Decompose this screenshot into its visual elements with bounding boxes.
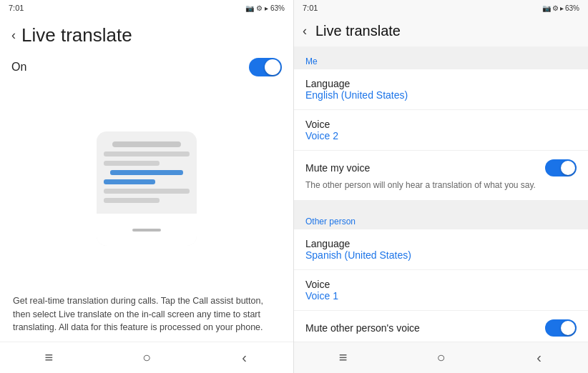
me-mute-description: The other person will only hear a transl… xyxy=(305,179,577,192)
me-mute-row: Mute my voice xyxy=(305,159,577,176)
left-status-bar: 7:01 📷 ⚙ ▸ 63% xyxy=(0,0,293,16)
right-panel: 7:01 📷 ⚙ ▸ 63% ‹ Live translate Me Langu… xyxy=(293,0,588,373)
illus-bottom-bar xyxy=(132,229,161,232)
illus-line-6 xyxy=(104,198,160,203)
settings-list: Me Language English (United States) Voic… xyxy=(294,46,588,342)
right-page-title: Live translate xyxy=(315,23,401,39)
me-language-item[interactable]: Language English (United States) xyxy=(294,69,588,110)
illus-line-4 xyxy=(104,179,155,184)
me-mute-item[interactable]: Mute my voice The other person will only… xyxy=(294,151,588,200)
other-settings-card: Language Spanish (United States) Voice V… xyxy=(294,229,588,342)
on-toggle-row: On xyxy=(0,52,293,82)
right-back-button[interactable]: ‹ xyxy=(303,24,307,39)
me-voice-value: Voice 2 xyxy=(305,130,577,141)
right-time: 7:01 xyxy=(303,4,318,12)
other-voice-label: Voice xyxy=(305,279,577,290)
settings-icon: ⚙ xyxy=(256,4,263,12)
right-header: ‹ Live translate xyxy=(294,16,588,46)
other-section-label: Other person xyxy=(294,207,588,229)
left-page-title: Live translate xyxy=(21,24,132,46)
other-language-label: Language xyxy=(305,238,577,249)
me-voice-item[interactable]: Voice Voice 2 xyxy=(294,110,588,151)
right-camera-icon: 📷 xyxy=(542,4,551,12)
right-home-nav-icon[interactable]: ○ xyxy=(428,345,454,371)
me-voice-label: Voice xyxy=(305,119,577,130)
illus-bottom-area xyxy=(97,214,197,246)
illus-line-5 xyxy=(104,189,190,194)
illustration-area xyxy=(0,82,293,289)
right-status-bar: 7:01 📷 ⚙ ▸ 63% xyxy=(294,0,588,16)
section-divider-1 xyxy=(294,201,588,207)
left-home-nav-icon[interactable]: ○ xyxy=(134,345,160,371)
me-section-label: Me xyxy=(294,46,588,69)
toggle-knob xyxy=(265,59,280,75)
right-menu-nav-icon[interactable]: ≡ xyxy=(330,345,356,371)
camera-icon: 📷 xyxy=(245,4,254,12)
other-voice-item[interactable]: Voice Voice 1 xyxy=(294,270,588,311)
right-battery: 63% xyxy=(565,4,579,12)
me-settings-card: Language English (United States) Voice V… xyxy=(294,69,588,200)
other-voice-value: Voice 1 xyxy=(305,290,577,302)
right-back-nav-icon[interactable]: ‹ xyxy=(526,345,552,371)
left-time: 7:01 xyxy=(9,4,24,12)
illus-line-2 xyxy=(104,161,160,166)
me-language-value: English (United States) xyxy=(305,89,577,101)
illus-top-bar xyxy=(112,141,181,147)
left-nav-bar: ≡ ○ ‹ xyxy=(0,342,293,373)
phone-illustration xyxy=(97,131,197,246)
me-mute-toggle[interactable] xyxy=(545,159,577,176)
me-language-label: Language xyxy=(305,78,577,89)
other-language-value: Spanish (United States) xyxy=(305,249,577,261)
left-panel: 7:01 📷 ⚙ ▸ 63% ‹ Live translate On xyxy=(0,0,293,373)
other-language-item[interactable]: Language Spanish (United States) xyxy=(294,229,588,270)
right-signal-icon: ▸ xyxy=(560,4,564,12)
right-settings-icon: ⚙ xyxy=(552,4,559,12)
description-text: Get real-time translation during calls. … xyxy=(0,289,293,342)
illus-line-1 xyxy=(104,151,190,156)
left-status-icons: 📷 ⚙ ▸ 63% xyxy=(245,4,285,12)
other-mute-row: Mute other person's voice xyxy=(305,319,577,337)
right-nav-bar: ≡ ○ ‹ xyxy=(294,342,588,373)
left-header: ‹ Live translate xyxy=(0,16,293,52)
illus-line-3 xyxy=(110,170,183,175)
battery-left: 63% xyxy=(270,4,285,12)
other-mute-item[interactable]: Mute other person's voice You'll only he… xyxy=(294,311,588,342)
on-label: On xyxy=(11,61,26,74)
other-mute-toggle-knob xyxy=(561,321,575,335)
me-mute-toggle-knob xyxy=(561,161,575,175)
left-menu-nav-icon[interactable]: ≡ xyxy=(36,345,62,371)
me-mute-label: Mute my voice xyxy=(305,162,370,174)
signal-icon: ▸ xyxy=(265,4,268,12)
on-toggle[interactable] xyxy=(249,58,282,76)
left-back-nav-icon[interactable]: ‹ xyxy=(232,345,258,371)
other-mute-label: Mute other person's voice xyxy=(305,322,420,334)
left-back-button[interactable]: ‹ xyxy=(11,28,16,43)
right-status-icons: 📷 ⚙ ▸ 63% xyxy=(542,4,579,12)
other-mute-toggle[interactable] xyxy=(545,319,577,337)
